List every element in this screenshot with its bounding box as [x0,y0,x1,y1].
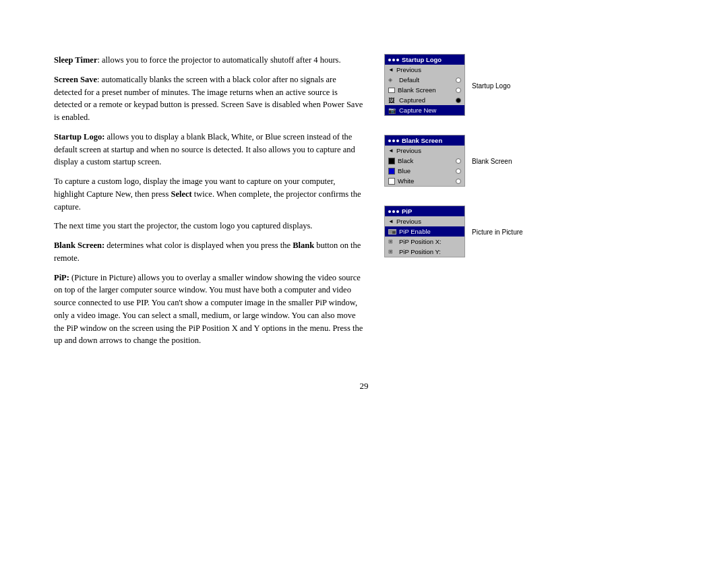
dot9 [396,210,399,213]
content-area: Sleep Timer: allows you to force the pro… [54,54,674,354]
black-radio [456,158,461,164]
pip-menu-box: PiP ◄ Previous PiP Enable ⊞ PiP P [384,206,465,257]
dot1 [388,59,391,61]
pip-title: PiP [402,208,412,215]
startup-logo-captured-label: Captured [399,96,425,104]
pip-menu-group: PiP ◄ Previous PiP Enable ⊞ PiP P [384,206,533,257]
capturenew-icon: 📷 [388,107,396,114]
blank-screen-menu-group: Blank Screen ◄ Previous Black Blue [384,135,533,187]
startup-logo-captured-item[interactable]: 🖼 Captured [385,95,464,105]
startup-logo-para: Startup Logo: allows you to display a bl… [54,131,364,168]
startup-logo-blankscreen-label: Blank Screen [398,86,436,94]
pip-para: PiP: (Picture in Picture) allows you to … [54,272,364,348]
pip-position-y-label: PiP Position Y: [399,248,441,255]
blank-screen-title-bar: Blank Screen [385,135,464,146]
page-number-text: 29 [360,381,369,391]
blank-screen-previous-label: Previous [396,147,421,154]
dot2 [392,59,395,61]
captured-icon: 🖼 [388,97,396,104]
blank-screen-black-item[interactable]: Black [385,156,464,166]
page-number: 29 [54,381,674,392]
blankscreen-radio [456,88,461,93]
blank-screen-title: Blank Screen [402,137,442,144]
screen-save-para: Screen Save: automatically blanks the sc… [54,73,364,124]
default-icon: ◈ [388,77,396,84]
next-time-para: The next time you start the projector, t… [54,220,364,232]
startup-logo-menu-group: Startup Logo ◄ Previous ◈ Default Blank … [384,54,533,116]
startup-logo-capturenew-item[interactable]: 📷 Capture New [385,105,464,115]
title-dots [388,59,399,61]
blue-radio [456,168,461,174]
blank-screen-para: Blank Screen: determines what color is d… [54,239,364,265]
sleep-timer-bold: Sleep Timer [54,55,97,65]
pip-position-x-item[interactable]: ⊞ PiP Position X: [385,237,464,247]
blank-screen-menu-label: Blank Screen [472,158,512,165]
pip-position-y-item[interactable]: ⊞ PiP Position Y: [385,247,464,257]
pip-text: (Picture in Picture) allows you to overl… [54,273,363,346]
title-dots2 [388,139,399,142]
blank-screen-bold: Blank Screen: [54,241,104,250]
sleep-timer-text: : allows you to force the projector to a… [97,55,340,65]
blank-screen-menu-box: Blank Screen ◄ Previous Black Blue [384,135,465,187]
previous-arrow: ◄ [388,67,394,73]
page-container: Sleep Timer: allows you to force the pro… [0,0,728,562]
black-swatch [388,158,395,164]
pip-menu-label: Picture in Picture [472,228,523,236]
screen-save-bold: Screen Save [54,75,97,84]
dot3 [396,59,399,61]
pip-previous-item[interactable]: ◄ Previous [385,216,464,226]
pip-title-bar: PiP [385,206,464,216]
blank-screen-previous-item[interactable]: ◄ Previous [385,146,464,156]
dot7 [388,210,391,213]
startup-logo-menu-box: Startup Logo ◄ Previous ◈ Default Blank … [384,54,465,116]
startup-logo-blankscreen-item[interactable]: Blank Screen [385,85,464,95]
sleep-timer-para: Sleep Timer: allows you to force the pro… [54,54,364,67]
pip-pos-x-icon: ⊞ [388,239,396,245]
blank-screen-white-label: White [398,177,414,185]
dot4 [388,139,391,142]
startup-logo-previous-label: Previous [396,66,421,73]
pip-previous-label: Previous [396,218,421,225]
captured-radio [456,98,461,103]
startup-logo-default-label: Default [399,76,419,84]
startup-logo-default-item[interactable]: ◈ Default [385,75,464,85]
pip-position-x-label: PiP Position X: [399,238,442,245]
startup-logo-title: Startup Logo [402,56,442,63]
white-swatch [388,178,395,185]
dot5 [392,139,395,142]
pip-enable-label: PiP Enable [399,228,431,235]
blank-screen-white-item[interactable]: White [385,176,464,186]
startup-logo-previous-item[interactable]: ◄ Previous [385,65,464,75]
pip-enable-icon [388,229,396,235]
startup-logo-title-bar: Startup Logo [385,55,464,65]
default-radio [456,77,461,83]
blue-swatch [388,168,395,175]
text-column: Sleep Timer: allows you to force the pro… [54,54,364,354]
dot6 [396,139,399,142]
capture-custom-text: To capture a custom logo, display the im… [54,177,361,212]
screen-save-text: : automatically blanks the screen with a… [54,75,363,122]
white-radio [456,179,461,184]
pip-bold: PiP: [54,273,69,282]
menus-column: Startup Logo ◄ Previous ◈ Default Blank … [384,54,533,354]
startup-logo-bold: Startup Logo: [54,132,104,142]
title-dots3 [388,210,399,213]
previous-arrow3: ◄ [388,218,394,224]
blankscreen-icon [388,88,395,93]
blank-screen-black-label: Black [398,157,413,164]
startup-logo-capturenew-label: Capture New [399,106,436,114]
startup-logo-menu-label: Startup Logo [472,82,510,90]
next-time-text: The next time you start the projector, t… [54,221,312,230]
blank-screen-blue-item[interactable]: Blue [385,166,464,176]
blank-screen-blue-label: Blue [398,167,411,175]
pip-enable-item[interactable]: PiP Enable [385,226,464,237]
pip-pos-y-icon: ⊞ [388,249,396,255]
previous-arrow2: ◄ [388,148,394,154]
dot8 [392,210,395,213]
capture-custom-para: To capture a custom logo, display the im… [54,175,364,213]
